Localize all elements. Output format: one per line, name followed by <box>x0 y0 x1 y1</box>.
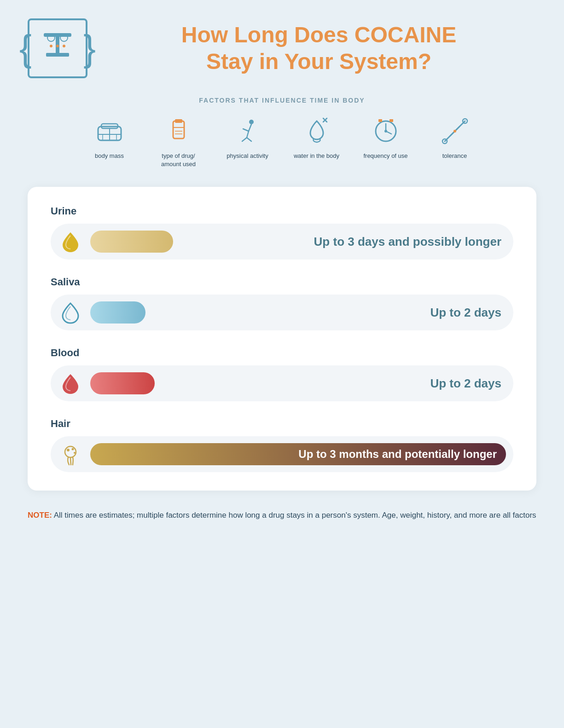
hair-bar-fill: Up to 3 months and potentially longer <box>90 443 506 465</box>
tolerance-icon <box>439 115 471 147</box>
factor-type-of-drug: type of drug/ amount used <box>156 115 202 168</box>
factor-physical-activity-label: physical activity <box>227 152 268 160</box>
svg-point-7 <box>50 45 52 47</box>
urine-type-label: Urine <box>51 205 513 217</box>
svg-line-22 <box>249 124 251 131</box>
detection-blood: Blood Up to 2 days <box>51 347 513 401</box>
svg-point-43 <box>74 452 76 454</box>
note-label: NOTE: <box>28 511 52 520</box>
svg-line-26 <box>247 138 251 141</box>
urine-drop-icon <box>58 229 83 254</box>
saliva-bar: Up to 2 days <box>51 295 513 330</box>
factors-grid: body mass type of drug/ amount used <box>28 115 536 168</box>
urine-bar: Up to 3 days and possibly longer <box>51 224 513 260</box>
water-in-body-icon <box>301 115 333 147</box>
blood-bar-fill <box>90 372 155 394</box>
title-block: How Long Does COCAINE Stay in Your Syste… <box>101 22 536 75</box>
svg-line-23 <box>243 129 249 131</box>
svg-rect-2 <box>46 53 69 57</box>
svg-line-24 <box>247 131 249 138</box>
urine-bar-fill <box>90 231 173 253</box>
svg-point-21 <box>249 120 254 124</box>
blood-drop-icon <box>58 371 83 396</box>
svg-rect-33 <box>378 119 382 122</box>
frequency-of-use-icon <box>370 115 402 147</box>
svg-rect-34 <box>390 119 393 122</box>
note-section: NOTE: All times are estimates; multiple … <box>28 509 536 521</box>
detection-urine: Urine Up to 3 days and possibly longer <box>51 205 513 260</box>
type-of-drug-icon <box>163 115 195 147</box>
blood-bar: Up to 2 days <box>51 365 513 401</box>
factors-section: FACTORS THAT INFLUENCE TIME IN BODY body… <box>28 97 536 168</box>
factor-type-of-drug-label: type of drug/ amount used <box>156 152 202 168</box>
logo-box <box>28 18 87 78</box>
hair-drop-icon <box>58 442 83 467</box>
factor-water-in-body-label: water in the body <box>294 152 339 160</box>
svg-point-41 <box>67 449 70 451</box>
svg-point-32 <box>384 130 387 133</box>
saliva-drop-icon <box>58 300 83 325</box>
page-title: How Long Does COCAINE Stay in Your Syste… <box>101 22 536 75</box>
factor-tolerance-label: tolerance <box>442 152 467 160</box>
factor-body-mass: body mass <box>87 115 133 168</box>
svg-rect-16 <box>173 121 184 139</box>
factor-water-in-body: water in the body <box>294 115 340 168</box>
svg-point-9 <box>63 45 65 47</box>
svg-point-42 <box>72 448 74 451</box>
factor-frequency-of-use-label: frequency of use <box>363 152 407 160</box>
factor-physical-activity: physical activity <box>225 115 271 168</box>
svg-point-39 <box>454 130 456 133</box>
svg-rect-17 <box>175 119 182 123</box>
saliva-type-label: Saliva <box>51 276 513 288</box>
saliva-bar-fill <box>90 301 145 324</box>
saliva-duration: Up to 2 days <box>430 306 506 320</box>
body-mass-icon <box>93 115 126 147</box>
factor-tolerance: tolerance <box>432 115 478 168</box>
svg-line-25 <box>242 138 247 141</box>
detection-saliva: Saliva Up to 2 days <box>51 276 513 330</box>
blood-duration: Up to 2 days <box>430 376 506 391</box>
physical-activity-icon <box>232 115 264 147</box>
logo-icon <box>39 28 76 69</box>
factors-label: FACTORS THAT INFLUENCE TIME IN BODY <box>28 97 536 104</box>
urine-duration: Up to 3 days and possibly longer <box>314 235 506 249</box>
svg-point-8 <box>56 45 59 47</box>
svg-point-40 <box>65 446 76 457</box>
detection-hair: Hair Up to 3 months and potentially long… <box>51 418 513 472</box>
hair-type-label: Hair <box>51 418 513 430</box>
hair-duration: Up to 3 months and potentially longer <box>289 448 506 461</box>
blood-type-label: Blood <box>51 347 513 359</box>
note-text: All times are estimates; multiple factor… <box>52 511 536 520</box>
page-header: How Long Does COCAINE Stay in Your Syste… <box>28 18 536 78</box>
factor-frequency-of-use: frequency of use <box>363 115 409 168</box>
detection-cards-container: Urine Up to 3 days and possibly longer S… <box>28 187 536 491</box>
factor-body-mass-label: body mass <box>95 152 124 160</box>
hair-bar: Up to 3 months and potentially longer <box>51 436 513 472</box>
